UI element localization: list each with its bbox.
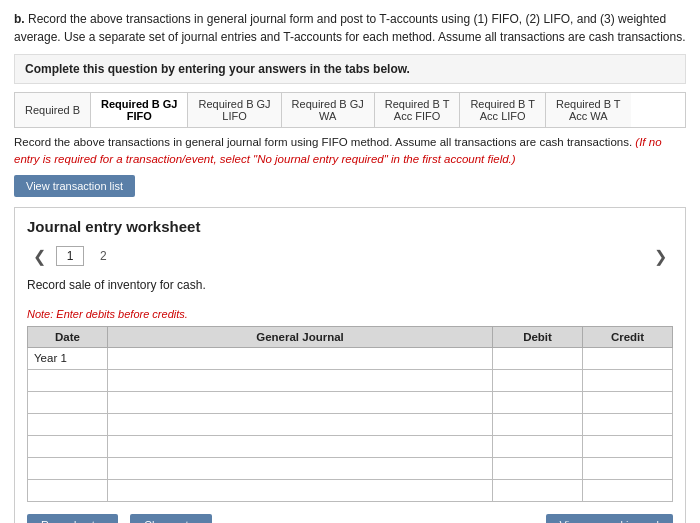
gj-cell-5[interactable] (108, 435, 493, 457)
worksheet-box: Journal entry worksheet ❮ 1 2 ❯ Record s… (14, 207, 686, 524)
gj-cell-6[interactable] (108, 457, 493, 479)
tab-required-b-t-acc-fifo[interactable]: Required B TAcc FIFO (375, 93, 461, 127)
debit-cell-3[interactable] (493, 391, 583, 413)
debit-cell-1[interactable] (493, 347, 583, 369)
credit-cell-3[interactable] (583, 391, 673, 413)
debit-input-5[interactable] (493, 436, 582, 457)
record-description: Record sale of inventory for cash. (27, 278, 673, 292)
gj-input-5[interactable] (108, 436, 492, 457)
record-entry-button[interactable]: Record entry (27, 514, 118, 524)
view-general-journal-button[interactable]: View general journal (546, 514, 673, 524)
view-transaction-list-button[interactable]: View transaction list (14, 175, 135, 197)
date-cell-4[interactable] (28, 413, 108, 435)
gj-cell-1[interactable] (108, 347, 493, 369)
credit-cell-2[interactable] (583, 369, 673, 391)
credit-input-3[interactable] (583, 392, 672, 413)
col-credit-header: Credit (583, 326, 673, 347)
record-note: Record the above transactions in general… (14, 134, 686, 169)
tab-required-b-t-acc-wa-label: Required B TAcc WA (556, 98, 621, 122)
debit-cell-2[interactable] (493, 369, 583, 391)
record-note-main: Record the above transactions in general… (14, 136, 632, 148)
tab-required-b-gj-fifo[interactable]: Required B GJFIFO (91, 93, 188, 127)
debit-input-2[interactable] (493, 370, 582, 391)
debit-input-4[interactable] (493, 414, 582, 435)
gj-input-2[interactable] (108, 370, 492, 391)
date-cell-6[interactable] (28, 457, 108, 479)
table-row (28, 479, 673, 501)
tab-required-b-t-acc-wa[interactable]: Required B TAcc WA (546, 93, 631, 127)
table-row (28, 369, 673, 391)
table-row (28, 391, 673, 413)
debit-cell-6[interactable] (493, 457, 583, 479)
col-gj-header: General Journal (108, 326, 493, 347)
credit-cell-1[interactable] (583, 347, 673, 369)
complete-box-text: Complete this question by entering your … (25, 62, 410, 76)
debit-input-3[interactable] (493, 392, 582, 413)
header-section: b. Record the above transactions in gene… (0, 0, 700, 54)
gj-input-7[interactable] (108, 480, 492, 501)
credit-input-2[interactable] (583, 370, 672, 391)
date-cell-2[interactable] (28, 369, 108, 391)
date-input-2[interactable] (28, 370, 107, 391)
debit-input-1[interactable] (493, 348, 582, 369)
credit-input-4[interactable] (583, 414, 672, 435)
date-input-7[interactable] (28, 480, 107, 501)
page-1-active[interactable]: 1 (56, 246, 84, 266)
date-cell-5[interactable] (28, 435, 108, 457)
debit-cell-5[interactable] (493, 435, 583, 457)
gj-input-6[interactable] (108, 458, 492, 479)
gj-cell-7[interactable] (108, 479, 493, 501)
gj-input-3[interactable] (108, 392, 492, 413)
date-input-4[interactable] (28, 414, 107, 435)
tab-required-b-gj-fifo-label: Required B GJFIFO (101, 98, 177, 122)
tabs-row: Required B Required B GJFIFO Required B … (14, 92, 686, 128)
next-page-arrow[interactable]: ❯ (648, 245, 673, 268)
journal-table: Date General Journal Debit Credit Year 1 (27, 326, 673, 502)
tab-required-b-gj-lifo-label: Required B GJLIFO (198, 98, 270, 122)
complete-box: Complete this question by entering your … (14, 54, 686, 84)
date-input-3[interactable] (28, 392, 107, 413)
tab-required-b-t-acc-lifo[interactable]: Required B TAcc LIFO (460, 93, 546, 127)
date-cell-7[interactable] (28, 479, 108, 501)
col-date-header: Date (28, 326, 108, 347)
col-debit-header: Debit (493, 326, 583, 347)
credit-input-7[interactable] (583, 480, 672, 501)
debit-input-6[interactable] (493, 458, 582, 479)
date-input-5[interactable] (28, 436, 107, 457)
tab-required-b-t-acc-lifo-label: Required B TAcc LIFO (470, 98, 535, 122)
note-debits: Note: Enter debits before credits. (27, 308, 673, 320)
tab-required-b-gj-wa[interactable]: Required B GJWA (282, 93, 375, 127)
date-cell-3[interactable] (28, 391, 108, 413)
view-transaction-btn-container: View transaction list (14, 175, 686, 197)
worksheet-title: Journal entry worksheet (27, 218, 673, 235)
prev-page-arrow[interactable]: ❮ (27, 245, 52, 268)
table-row (28, 457, 673, 479)
debit-input-7[interactable] (493, 480, 582, 501)
header-body: Record the above transactions in general… (14, 12, 685, 44)
credit-cell-7[interactable] (583, 479, 673, 501)
gj-cell-3[interactable] (108, 391, 493, 413)
credit-cell-4[interactable] (583, 413, 673, 435)
table-row: Year 1 (28, 347, 673, 369)
credit-cell-5[interactable] (583, 435, 673, 457)
gj-cell-2[interactable] (108, 369, 493, 391)
debit-cell-7[interactable] (493, 479, 583, 501)
tab-required-b[interactable]: Required B (15, 93, 91, 127)
gj-input-1[interactable] (108, 348, 492, 369)
credit-input-6[interactable] (583, 458, 672, 479)
clear-entry-button[interactable]: Clear entry (130, 514, 212, 524)
credit-cell-6[interactable] (583, 457, 673, 479)
nav-row: ❮ 1 2 ❯ (27, 245, 673, 268)
header-text: b. Record the above transactions in gene… (14, 10, 686, 46)
page-2-inactive[interactable]: 2 (92, 247, 115, 265)
header-bold: b. (14, 12, 25, 26)
credit-input-1[interactable] (583, 348, 672, 369)
tab-required-b-gj-lifo[interactable]: Required B GJLIFO (188, 93, 281, 127)
gj-input-4[interactable] (108, 414, 492, 435)
table-row (28, 413, 673, 435)
credit-input-5[interactable] (583, 436, 672, 457)
gj-cell-4[interactable] (108, 413, 493, 435)
debit-cell-4[interactable] (493, 413, 583, 435)
tab-required-b-label: Required B (25, 104, 80, 116)
date-input-6[interactable] (28, 458, 107, 479)
